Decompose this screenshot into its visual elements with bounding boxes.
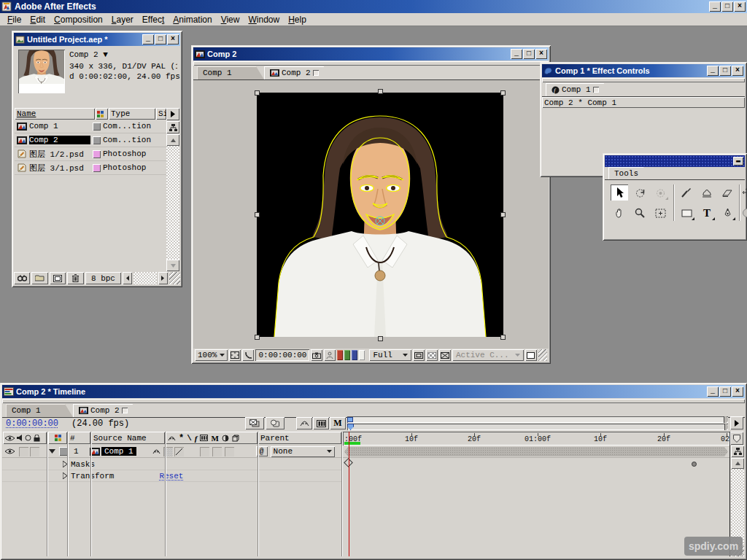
pen-tool[interactable]	[719, 205, 736, 221]
number-column-header[interactable]: #	[68, 432, 90, 444]
timeline-titlebar[interactable]: Comp 2 * Timeline _ □ ×	[2, 385, 745, 398]
sphere-tool[interactable]	[742, 205, 747, 221]
project-hscroll-track[interactable]	[133, 272, 157, 284]
ec-minimize-button[interactable]: _	[707, 66, 719, 76]
transform-reset-link[interactable]: Reset	[159, 472, 183, 481]
pixel-aspect-button[interactable]	[439, 349, 451, 361]
current-time-display[interactable]: 0:00:00:00	[6, 419, 58, 429]
work-area-start-marker[interactable]	[344, 442, 360, 445]
new-composition-button[interactable]	[50, 272, 66, 284]
label-swatch[interactable]	[93, 122, 101, 131]
frame-blend-icon[interactable]	[200, 435, 208, 441]
project-scroll-track[interactable]	[166, 146, 179, 260]
column-separator[interactable]	[90, 432, 92, 556]
region-of-interest-button[interactable]	[413, 349, 425, 361]
selection-handle[interactable]	[255, 335, 260, 340]
brush-tool[interactable]	[678, 184, 695, 201]
tab-close-box[interactable]	[313, 70, 319, 76]
project-close-button[interactable]: ×	[167, 34, 179, 44]
selection-handle[interactable]	[255, 212, 260, 217]
type-tool[interactable]: T	[698, 205, 716, 221]
parent-column-header[interactable]: Parent	[258, 432, 341, 444]
app-close-button[interactable]: ×	[734, 1, 746, 12]
current-time-indicator-line[interactable]	[349, 432, 349, 556]
project-row-comp2[interactable]: Comp 2 Com...tion	[15, 133, 166, 147]
label-swatch[interactable]	[93, 150, 101, 158]
menu-animation[interactable]: Animation	[169, 14, 216, 26]
comp-pasteboard[interactable]	[193, 80, 549, 349]
menu-view[interactable]: View	[217, 14, 244, 26]
magnification-select[interactable]: 100%	[195, 349, 228, 361]
comp-close-button[interactable]: ×	[535, 49, 547, 59]
motion-blur-cell[interactable]	[225, 447, 234, 456]
tab-close-box[interactable]	[122, 408, 128, 413]
menu-edit[interactable]: Edit	[26, 14, 50, 26]
column-separator[interactable]	[258, 432, 259, 556]
mask-keyframe-dot[interactable]	[692, 462, 697, 467]
source-name-column-header[interactable]: Source Name	[91, 432, 165, 444]
project-hscroll-left[interactable]	[123, 272, 132, 284]
channel-red-button[interactable]	[337, 350, 343, 360]
menu-layer[interactable]: Layer	[107, 14, 138, 26]
parent-select[interactable]: None	[271, 446, 335, 457]
axis-mode-tool[interactable]	[742, 184, 747, 201]
channel-alpha-button[interactable]	[359, 350, 365, 360]
project-scroll-up[interactable]	[166, 134, 179, 146]
effect-controls-titlebar[interactable]: Comp 1 * Effect Controls _ □ ×	[542, 64, 745, 77]
project-minimize-button[interactable]: _	[142, 34, 154, 44]
adjustment-layer-icon[interactable]	[222, 435, 229, 442]
find-button[interactable]	[14, 272, 30, 284]
comp-titlebar[interactable]: Comp 2 _ □ ×	[193, 47, 549, 61]
shy-icon[interactable]	[168, 435, 176, 441]
3d-layer-icon[interactable]	[232, 435, 239, 442]
comp-timecode-display[interactable]: 0:00:00:00	[255, 349, 309, 361]
comp-family-button[interactable]	[245, 417, 264, 429]
comp-viewport[interactable]	[257, 93, 503, 337]
solo-icon[interactable]	[25, 435, 31, 441]
project-row-psd1[interactable]: 图层 1/2.psd Photoshop	[15, 147, 166, 161]
selection-tool[interactable]	[611, 184, 628, 201]
frame-blend-cell[interactable]	[212, 447, 222, 456]
comp-maximize-button[interactable]: □	[523, 49, 535, 59]
timeline-tab-comp-2[interactable]: Comp 2	[73, 404, 141, 417]
ec-maximize-button[interactable]: □	[719, 66, 731, 76]
label-swatch[interactable]	[93, 136, 101, 144]
preview-dropdown-arrow[interactable]: ▼	[103, 50, 108, 59]
show-snapshot-button[interactable]	[324, 349, 336, 361]
ec-close-button[interactable]: ×	[732, 66, 743, 76]
new-folder-button[interactable]	[31, 272, 47, 284]
eye-icon[interactable]	[5, 448, 15, 454]
view-layout-button[interactable]	[525, 349, 537, 361]
column-separator[interactable]	[47, 432, 48, 556]
label-column-header[interactable]	[48, 432, 67, 444]
column-separator[interactable]	[165, 432, 166, 556]
work-area-navigator[interactable]	[347, 424, 728, 430]
motion-blur-icon[interactable]: M	[211, 434, 218, 443]
project-column-name[interactable]: Name	[15, 108, 95, 120]
timeline-tab-comp-1[interactable]: Comp 1	[6, 404, 73, 417]
timeline-drag-gutter[interactable]	[2, 399, 745, 403]
comp-drag-gutter[interactable]	[193, 61, 549, 66]
safe-zones-button[interactable]	[229, 349, 241, 361]
tab-close-box[interactable]	[593, 87, 599, 93]
menu-composition[interactable]: Composition	[50, 14, 107, 26]
active-camera-select[interactable]: Active C...	[452, 349, 524, 361]
project-panel-menu-button[interactable]	[166, 108, 179, 120]
project-preview-name[interactable]: Comp 2 ▼	[69, 50, 108, 59]
time-ruler[interactable]: :00f 10f 20f 01:00f 10f 20f 02:0	[343, 432, 729, 446]
timeline-scroll-up[interactable]	[731, 458, 744, 469]
project-column-type[interactable]: Type	[109, 108, 155, 120]
workarea-end-bracket[interactable]	[724, 424, 728, 430]
quality-cell[interactable]	[174, 447, 184, 456]
ec-drag-gutter[interactable]	[542, 78, 745, 82]
snapshot-button[interactable]	[311, 349, 322, 361]
lock-icon[interactable]	[34, 435, 40, 442]
layer-source-name[interactable]: Comp 1	[101, 447, 136, 456]
selection-handle[interactable]	[378, 336, 383, 341]
project-maximize-button[interactable]: □	[155, 34, 166, 44]
tools-collapse-button[interactable]: ▬	[733, 157, 743, 166]
hide-shy-button[interactable]	[296, 417, 312, 429]
tab-comp-1[interactable]: Comp 1	[197, 66, 264, 79]
timeline-scroll-track[interactable]	[731, 469, 744, 543]
comp-minimize-button[interactable]: _	[511, 49, 522, 59]
